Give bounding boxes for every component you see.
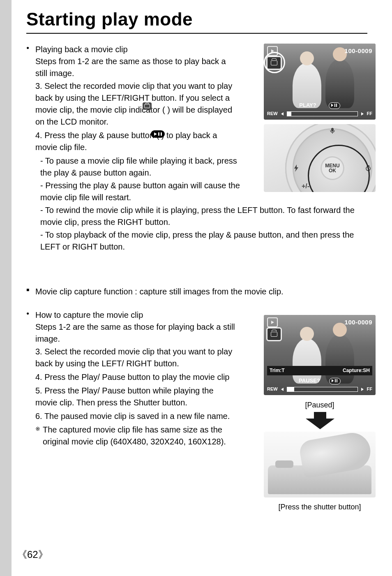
note-mark-icon: ※ [35,425,40,433]
movie-capture-note: Movie clip capture function : capture st… [26,286,367,298]
left-arrow-icon [281,388,284,391]
sec2-step6: 6. The paused movie clip is saved in a n… [35,410,236,422]
right-arrow-icon [361,112,364,116]
osd-ff-label: FF [367,111,372,117]
svg-rect-0 [331,128,334,132]
lcd-play-screenshot: 100-0009 PLAY? REW [264,44,376,120]
right-arrow-icon [361,388,364,391]
osd-pause-label: PAUSE? [299,377,320,385]
file-counter: 100-0009 [345,318,372,327]
sec2-step3: 3. Select the recorded movie clip that y… [35,346,236,370]
osd-play-pause-icon [329,378,341,384]
trim-label: Trim:T [267,366,320,375]
sec1-sub-4: - To stop playback of the movie clip, pr… [40,229,367,253]
movie-clip-icon [143,102,152,110]
control-wheel-image: +/- MENU OK [264,124,376,192]
osd-play-label: PLAY? [299,102,316,109]
sec1-sub-2: - Pressing the play & pause button again… [40,180,240,204]
osd-rew-label: REW [267,111,278,117]
shutter-press-image [264,432,376,497]
lcd-paused-screenshot: 100-0009 Trim:T Capture:SH PAUSE? [264,315,376,395]
osd-play-pause-icon [329,102,340,109]
movie-indicator-callout [264,52,285,73]
svg-marker-9 [306,412,334,429]
progress-bar [287,387,358,392]
mic-icon [330,127,335,134]
movie-clip-indicator-icon [266,327,282,341]
sec2-step4: 4. Press the Play/ Pause button to play … [35,371,236,383]
down-arrow-icon [306,412,334,429]
section-rule [26,33,367,34]
svg-marker-2 [294,164,298,172]
page-title: Starting play mode [26,9,367,30]
sec1-step4: 4. Press the play & pause button ( ) to … [35,131,217,152]
sec1-sub-1: - To pause a movie clip file while playi… [40,155,240,179]
left-arrow-icon [281,112,284,116]
caption-shutter: [Press the shutter button] [264,502,376,512]
sec1-lead: Steps from 1-2 are the same as those to … [26,56,240,79]
flash-icon [293,164,299,172]
sec2-heading: How to capture the movie clip [26,309,236,321]
caption-paused: [Paused] [264,400,376,410]
osd-ff-label: FF [367,386,372,393]
capture-label: Capture:SH [320,366,372,375]
sec2-lead: Steps 1-2 are the same as those for play… [26,321,236,345]
trim-capture-bar: Trim:T Capture:SH [267,366,372,375]
playback-mode-icon [267,317,278,327]
sec2-step5: 5. Press the Play/ Pause button while pl… [35,385,236,409]
page-number: 《62》 [17,548,48,561]
sec1-step3: 3. Select the recorded movie clip that y… [35,81,232,126]
sec1-sub-3: - To rewind the movie clip while it is p… [40,204,367,228]
sec1-heading: Playing back a movie clip [26,44,240,56]
progress-bar [287,111,358,116]
play-pause-icon [151,130,165,138]
osd-rew-label: REW [267,386,278,393]
file-counter: 100-0009 [345,46,372,56]
sec2-note: The captured movie clip file has same si… [43,425,226,446]
